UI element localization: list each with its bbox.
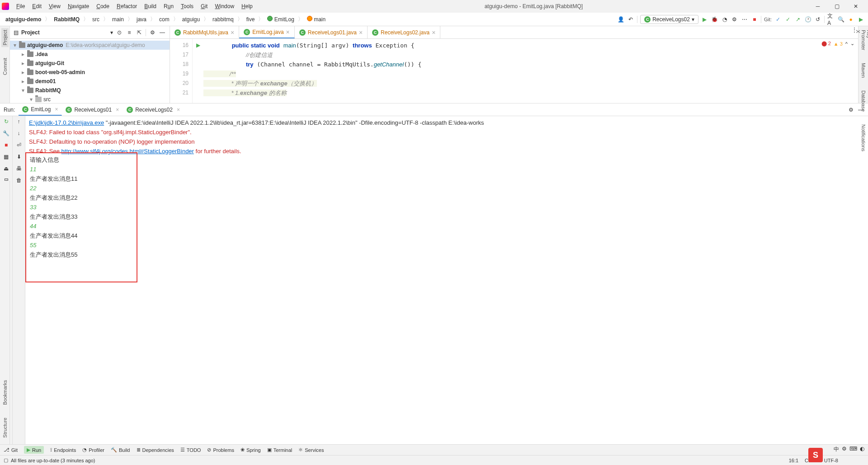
tray-icon-1[interactable]: 中	[834, 446, 839, 453]
minimize-button[interactable]: ─	[811, 3, 825, 9]
expand-all-icon[interactable]: ≡	[126, 29, 133, 36]
breadcrumb-item[interactable]: com	[157, 15, 171, 23]
tray-icon-4[interactable]: ◐	[860, 446, 864, 453]
tree-row[interactable]: ▾src	[10, 95, 170, 103]
breadcrumb-item[interactable]: main	[305, 15, 327, 23]
breadcrumb-item[interactable]: main	[110, 15, 126, 23]
tree-row[interactable]: ▾RabbitMQ	[10, 86, 170, 95]
close-icon[interactable]: ×	[177, 107, 180, 113]
layout-icon[interactable]: ▦	[3, 153, 10, 160]
terminal-tool[interactable]: ▣ Terminal	[267, 447, 292, 453]
translate-icon[interactable]: 文A	[827, 16, 835, 23]
services-tool[interactable]: ⚛ Services	[298, 447, 324, 453]
learn-icon[interactable]: ●	[847, 16, 854, 23]
close-icon[interactable]: ×	[286, 28, 290, 36]
breadcrumb-item[interactable]: atguigu-demo	[4, 15, 43, 23]
settings-icon[interactable]: ⚙	[847, 106, 854, 113]
tree-row[interactable]: ▸atguigu-Git	[10, 59, 170, 68]
git-rollback-icon[interactable]: ↺	[814, 16, 821, 23]
editor-tab[interactable]: CRabbitMqUtils.java×	[170, 26, 239, 38]
clear-icon[interactable]: 🗑	[15, 177, 23, 184]
breadcrumb-item[interactable]: java	[135, 15, 148, 23]
code-editor[interactable]: public static void main(String[] argv) t…	[203, 39, 858, 103]
project-tree[interactable]: ▾atguigu-demoE:\idea-workspace\atguigu-d…	[10, 39, 170, 103]
warning-indicator[interactable]: ▲ 3	[834, 41, 843, 47]
encoding[interactable]: UTF-8	[824, 458, 838, 463]
menu-help[interactable]: Help	[238, 2, 256, 10]
close-icon[interactable]: ×	[55, 106, 58, 113]
run-button[interactable]: ▶	[701, 16, 708, 23]
breadcrumb-item[interactable]: RabbitMQ	[52, 15, 81, 23]
run-tab[interactable]: CReceiveLogs01×	[62, 103, 123, 116]
java-exe-link[interactable]: E:\jdk\jdk-17.0.2\bin\java.exe	[29, 119, 104, 126]
hide-icon[interactable]: —	[857, 106, 864, 113]
search-icon[interactable]: 🔍	[837, 16, 844, 23]
menu-navigate[interactable]: Navigate	[64, 2, 93, 10]
breadcrumb-item[interactable]: rabbitmq	[211, 15, 236, 23]
down-icon[interactable]: ↓	[15, 130, 23, 137]
tree-row[interactable]: ▸demo01	[10, 77, 170, 86]
settings-icon[interactable]: ⚙	[149, 29, 156, 36]
run-gutter-icon[interactable]: ▶	[193, 41, 203, 50]
rerun-icon[interactable]: ↻	[3, 118, 10, 125]
user-icon[interactable]: 👤	[617, 16, 624, 23]
tray-icon-2[interactable]: ⚙	[842, 446, 847, 453]
maven-tab[interactable]: Maven	[860, 61, 867, 80]
problems-tool[interactable]: ⊘ Problems	[207, 447, 234, 453]
collapse-all-icon[interactable]: ⇱	[136, 29, 143, 36]
endpoints-tool[interactable]: ⟟ Endpoints	[50, 447, 76, 453]
close-icon[interactable]: ×	[432, 29, 435, 36]
status-icon[interactable]: ▢	[4, 457, 8, 463]
build-tool[interactable]: 🔨 Build	[111, 447, 130, 453]
coverage-button[interactable]: ◔	[721, 16, 728, 23]
tree-row[interactable]: ▾atguigu-demoE:\idea-workspace\atguigu-d…	[10, 41, 170, 50]
close-icon[interactable]: ×	[359, 29, 363, 36]
back-icon[interactable]: ↶	[627, 16, 634, 23]
spring-tool[interactable]: ❀ Spring	[241, 447, 261, 453]
menu-view[interactable]: View	[45, 2, 64, 10]
run-tab[interactable]: CEmitLog×	[19, 103, 62, 116]
editor-tab[interactable]: CReceiveLogs01.java×	[295, 26, 368, 38]
up-icon[interactable]: ↑	[15, 118, 23, 125]
profiler-tool[interactable]: ◔ Profiler	[82, 447, 104, 453]
print-icon[interactable]: 🖶	[15, 165, 23, 172]
select-opened-icon[interactable]: ⊙	[116, 29, 123, 36]
git-tool[interactable]: ⎇ Git	[4, 447, 18, 453]
menu-git[interactable]: Git	[197, 2, 211, 10]
editor-tab[interactable]: CEmitLog.java×	[239, 26, 295, 38]
run-anything-icon[interactable]: ▶	[857, 16, 864, 23]
commit-tab[interactable]: Commit	[1, 56, 9, 77]
close-button[interactable]: ✕	[849, 3, 863, 9]
chevron-up-icon[interactable]: ^	[845, 41, 848, 47]
breadcrumb-item[interactable]: atguigu	[180, 15, 202, 23]
editor-tab[interactable]: CReceiveLogs02.java×	[368, 26, 440, 38]
menu-tools[interactable]: Tools	[177, 2, 197, 10]
project-tab[interactable]: Project	[1, 28, 9, 47]
menu-run[interactable]: Run	[160, 2, 177, 10]
breadcrumb-item[interactable]: five	[245, 15, 257, 23]
menu-build[interactable]: Build	[141, 2, 160, 10]
run-tool[interactable]: ▶ Run	[24, 446, 44, 454]
git-update-icon[interactable]: ✓	[774, 16, 782, 23]
bookmarks-tab[interactable]: Bookmarks	[1, 378, 9, 407]
maximize-button[interactable]: ▢	[830, 3, 844, 9]
menu-edit[interactable]: Edit	[28, 2, 45, 10]
cursor-position[interactable]: 16:1	[789, 458, 798, 463]
menu-window[interactable]: Window	[211, 2, 238, 10]
tools-icon[interactable]: 🔧	[3, 130, 10, 137]
chevron-down-icon[interactable]: ⌄	[850, 41, 854, 47]
tree-row[interactable]: ▸boot-web-05-admin	[10, 68, 170, 77]
git-push-icon[interactable]: ↗	[794, 16, 802, 23]
exit-icon[interactable]: ⏏	[3, 165, 10, 172]
scroll-icon[interactable]: ⬇	[15, 153, 23, 160]
hide-icon[interactable]: —	[159, 29, 166, 36]
tray-icon-3[interactable]: ⌨	[849, 446, 857, 453]
git-history-icon[interactable]: 🕐	[804, 16, 811, 23]
more-run-icon[interactable]: ⋯	[741, 16, 748, 23]
structure-tab[interactable]: Structure	[1, 416, 9, 440]
sogou-ime-icon[interactable]: S	[808, 448, 823, 462]
menu-code[interactable]: Code	[93, 2, 113, 10]
breadcrumb-item[interactable]: EmitLog	[265, 15, 296, 23]
editor-indicators[interactable]: ⬤ 2 ▲ 3 ^ ⌄	[821, 41, 854, 47]
tree-row[interactable]: ▸.idea	[10, 50, 170, 59]
